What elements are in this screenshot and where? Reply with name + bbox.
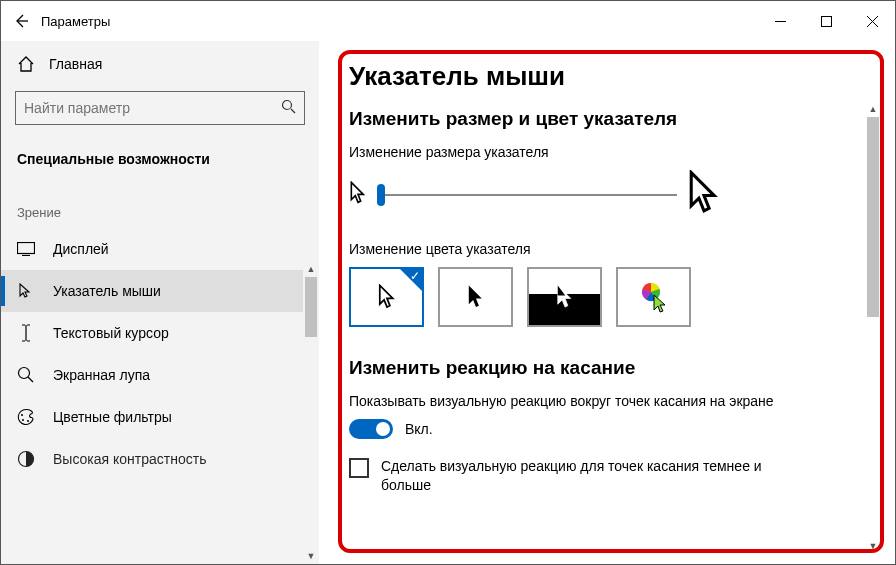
titlebar: Параметры [1, 1, 895, 41]
display-icon [17, 240, 35, 258]
touch-desc: Показывать визуальную реакцию вокруг точ… [349, 393, 867, 409]
close-button[interactable] [849, 1, 895, 41]
touch-feedback-toggle[interactable] [349, 419, 393, 439]
sidebar-scrollbar[interactable]: ▲ ▼ [303, 261, 319, 564]
toggle-state-label: Вкл. [405, 421, 433, 437]
pointer-icon [17, 282, 35, 300]
window-title: Параметры [41, 14, 110, 29]
scrollbar-thumb[interactable] [305, 277, 317, 337]
checkbox-label: Сделать визуальную реакцию для точек кас… [381, 457, 809, 495]
svg-rect-2 [18, 243, 35, 254]
palette-icon [17, 408, 35, 426]
sidebar-item-mouse-pointer[interactable]: Указатель мыши [1, 270, 319, 312]
pointer-color-white[interactable]: ✓ [349, 267, 424, 327]
sidebar-item-label: Высокая контрастность [53, 451, 206, 467]
cursor-large-icon [687, 170, 721, 219]
scroll-down-icon[interactable]: ▼ [303, 548, 319, 564]
search-icon [281, 99, 296, 117]
scroll-down-icon[interactable]: ▼ [865, 538, 881, 554]
pointer-color-options: ✓ [349, 267, 867, 327]
slider-thumb[interactable] [377, 184, 385, 206]
page-title: Указатель мыши [349, 61, 867, 92]
section-title: Специальные возможности [1, 141, 319, 181]
search-input[interactable] [15, 91, 305, 125]
pointer-size-slider[interactable] [377, 181, 677, 209]
sidebar-item-text-cursor[interactable]: Текстовый курсор [1, 312, 319, 354]
magnifier-icon [17, 366, 35, 384]
contrast-icon [17, 450, 35, 468]
scroll-up-icon[interactable]: ▲ [865, 101, 881, 117]
darker-larger-checkbox[interactable] [349, 458, 369, 478]
cursor-small-icon [349, 181, 367, 208]
size-heading: Изменить размер и цвет указателя [349, 108, 867, 130]
sidebar-item-label: Экранная лупа [53, 367, 150, 383]
group-label: Зрение [1, 181, 319, 228]
sidebar-item-color-filters[interactable]: Цветные фильтры [1, 396, 319, 438]
svg-point-6 [27, 420, 29, 422]
svg-point-1 [283, 101, 292, 110]
pointer-color-custom[interactable] [616, 267, 691, 327]
sidebar-item-label: Указатель мыши [53, 283, 161, 299]
minimize-button[interactable] [757, 1, 803, 41]
sidebar: Главная Специальные возможности Зрение Д… [1, 41, 319, 564]
check-icon: ✓ [410, 269, 420, 283]
main-scrollbar[interactable]: ▲ ▼ [865, 101, 881, 554]
svg-point-4 [21, 414, 23, 416]
sidebar-item-label: Дисплей [53, 241, 109, 257]
scroll-up-icon[interactable]: ▲ [303, 261, 319, 277]
pointer-color-black[interactable] [438, 267, 513, 327]
text-cursor-icon [17, 324, 35, 342]
sidebar-item-high-contrast[interactable]: Высокая контрастность [1, 438, 319, 480]
sidebar-item-display[interactable]: Дисплей [1, 228, 319, 270]
maximize-button[interactable] [803, 1, 849, 41]
svg-point-5 [22, 419, 24, 421]
home-icon [17, 55, 35, 73]
svg-point-3 [19, 368, 30, 379]
color-label: Изменение цвета указателя [349, 241, 867, 257]
window-controls [757, 1, 895, 41]
sidebar-item-magnifier[interactable]: Экранная лупа [1, 354, 319, 396]
pointer-size-slider-row [349, 170, 867, 219]
main-content: Указатель мыши Изменить размер и цвет ук… [319, 41, 895, 564]
pointer-color-inverted[interactable] [527, 267, 602, 327]
nav-list: Дисплей Указатель мыши Текстовый курсор … [1, 228, 319, 480]
home-label: Главная [49, 56, 102, 72]
sidebar-item-label: Текстовый курсор [53, 325, 169, 341]
scrollbar-thumb[interactable] [867, 117, 879, 317]
touch-heading: Изменить реакцию на касание [349, 357, 867, 379]
svg-rect-0 [821, 16, 831, 26]
back-button[interactable] [1, 1, 41, 41]
search-field[interactable] [24, 100, 281, 116]
size-label: Изменение размера указателя [349, 144, 867, 160]
sidebar-item-label: Цветные фильтры [53, 409, 172, 425]
home-link[interactable]: Главная [1, 45, 319, 83]
